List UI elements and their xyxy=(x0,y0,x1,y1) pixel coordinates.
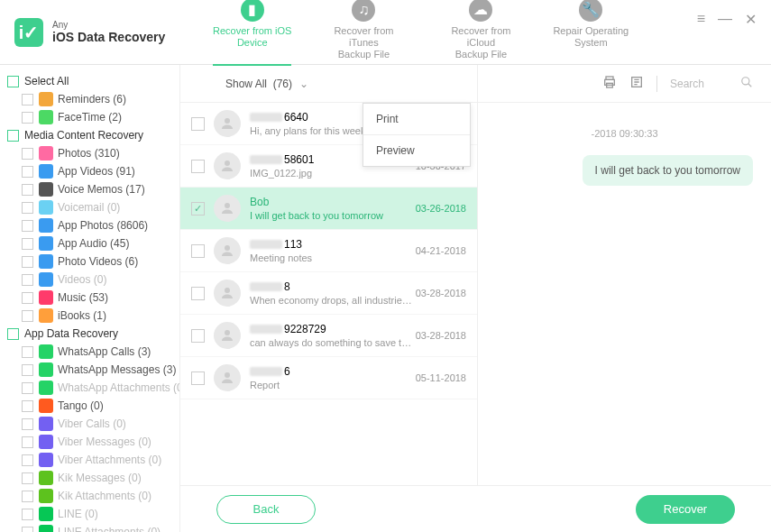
brand-title: iOS Data Recovery xyxy=(52,30,165,44)
sidebar-item[interactable]: Voice Memos (17) xyxy=(0,180,179,198)
sidebar-item[interactable]: WhatsApp Messages (3) xyxy=(0,361,179,379)
tab-label: Recover from iCloudBackup File xyxy=(436,25,526,61)
dropdown-print[interactable]: Print xyxy=(363,104,470,135)
sidebar-item[interactable]: LINE (0) xyxy=(0,505,179,523)
row-checkbox[interactable] xyxy=(191,287,205,300)
checkbox[interactable] xyxy=(22,310,33,322)
message-date: 05-11-2018 xyxy=(416,372,466,383)
menu-icon[interactable]: ≡ xyxy=(697,11,705,28)
checkbox[interactable] xyxy=(22,472,33,484)
tab-1[interactable]: ♫ Recover from iTunesBackup File xyxy=(318,0,408,66)
checkbox[interactable] xyxy=(22,94,33,105)
sidebar-group[interactable]: Select All xyxy=(0,72,179,90)
type-icon xyxy=(39,236,53,251)
type-icon xyxy=(39,92,53,106)
minimize-icon[interactable]: — xyxy=(718,11,732,28)
sidebar-item[interactable]: WhatsApp Calls (3) xyxy=(0,343,179,361)
checkbox[interactable] xyxy=(22,166,33,178)
tab-0[interactable]: ▮ Recover from iOSDevice xyxy=(213,0,291,66)
sidebar-item[interactable]: Videos (0) xyxy=(0,271,179,289)
message-row[interactable]: 8 When economy drops, all industries may… xyxy=(180,272,477,315)
sidebar-item[interactable]: Kik Messages (0) xyxy=(0,469,179,487)
sidebar-item[interactable]: Reminders (6) xyxy=(0,90,179,108)
checkbox[interactable] xyxy=(22,400,33,412)
checkbox[interactable] xyxy=(22,256,33,268)
row-checkbox[interactable] xyxy=(191,371,205,385)
svg-point-5 xyxy=(225,330,230,335)
search-box[interactable]: Search xyxy=(670,76,753,91)
sidebar-group[interactable]: Media Content Recovery xyxy=(0,126,179,144)
tab-label: Repair OperatingSystem xyxy=(553,25,629,49)
type-icon xyxy=(39,489,53,503)
back-button[interactable]: Back xyxy=(216,495,316,524)
sidebar-group[interactable]: App Data Recovery xyxy=(0,325,179,343)
sidebar-item[interactable]: Viber Messages (0) xyxy=(0,433,179,451)
row-checkbox[interactable] xyxy=(191,244,205,258)
checkbox[interactable] xyxy=(22,112,33,124)
tab-3[interactable]: 🔧 Repair OperatingSystem xyxy=(553,0,629,66)
export-icon[interactable] xyxy=(629,75,644,93)
checkbox[interactable] xyxy=(22,346,33,358)
sidebar-item[interactable]: iBooks (1) xyxy=(0,307,179,325)
sidebar-item[interactable]: Photos (310) xyxy=(0,144,179,162)
row-checkbox[interactable] xyxy=(191,117,205,131)
sidebar-item[interactable]: Viber Attachments (0) xyxy=(0,451,179,469)
checkbox[interactable] xyxy=(22,436,33,448)
sidebar-item[interactable]: WhatsApp Attachments (0) xyxy=(0,379,179,397)
type-icon xyxy=(39,164,53,179)
checkbox[interactable] xyxy=(22,527,33,533)
group-toggle-icon[interactable] xyxy=(7,76,19,87)
checkbox[interactable] xyxy=(22,418,33,430)
sidebar-item[interactable]: Voicemail (0) xyxy=(0,198,179,216)
tab-2[interactable]: ☁ Recover from iCloudBackup File xyxy=(436,0,526,66)
sidebar-item[interactable]: Viber Calls (0) xyxy=(0,415,179,433)
checkbox[interactable] xyxy=(22,148,33,160)
checkbox[interactable] xyxy=(22,184,33,196)
header: i✓ Any iOS Data Recovery ▮ Recover from … xyxy=(0,0,771,65)
checkbox[interactable] xyxy=(22,364,33,376)
sidebar-item[interactable]: LINE Attachments (0) xyxy=(0,523,179,532)
close-icon[interactable]: ✕ xyxy=(745,11,757,28)
checkbox[interactable] xyxy=(22,509,33,520)
tab-label: Recover from iTunesBackup File xyxy=(318,25,408,61)
sidebar-item[interactable]: FaceTime (2) xyxy=(0,108,179,126)
sidebar-item[interactable]: Tango (0) xyxy=(0,397,179,415)
type-icon xyxy=(39,362,53,377)
type-icon xyxy=(39,146,53,161)
group-toggle-icon[interactable] xyxy=(7,328,19,340)
sidebar-item[interactable]: Kik Attachments (0) xyxy=(0,487,179,505)
message-row[interactable]: ✓ Bob I will get back to you tomorrow 03… xyxy=(180,188,477,230)
checkbox[interactable] xyxy=(22,202,33,214)
message-row[interactable]: 9228729 can always do something to save … xyxy=(180,315,477,357)
filter-count: (76) xyxy=(273,78,292,90)
row-checkbox[interactable] xyxy=(191,160,205,173)
row-checkbox[interactable]: ✓ xyxy=(191,202,205,216)
sidebar-item[interactable]: App Audio (45) xyxy=(0,234,179,252)
row-checkbox[interactable] xyxy=(191,329,205,343)
type-icon xyxy=(39,399,53,413)
filter-bar[interactable]: Show All (76) ⌄ xyxy=(180,65,477,103)
sidebar-item[interactable]: App Videos (91) xyxy=(0,162,179,180)
sidebar-item[interactable]: Photo Videos (6) xyxy=(0,252,179,271)
checkbox[interactable] xyxy=(22,220,33,232)
avatar-icon xyxy=(214,280,241,307)
dropdown-preview[interactable]: Preview xyxy=(363,135,470,166)
checkbox[interactable] xyxy=(22,238,33,250)
checkbox[interactable] xyxy=(22,382,33,394)
sidebar-item-label: Kik Attachments (0) xyxy=(58,490,151,502)
checkbox[interactable] xyxy=(22,292,33,304)
search-icon xyxy=(740,76,753,91)
recover-button[interactable]: Recover xyxy=(636,495,735,524)
message-row[interactable]: 113 Meeting notes 04-21-2018 xyxy=(180,230,477,272)
svg-point-6 xyxy=(225,372,230,378)
checkbox[interactable] xyxy=(22,274,33,286)
group-toggle-icon[interactable] xyxy=(7,130,19,142)
checkbox[interactable] xyxy=(22,454,33,466)
sidebar-item[interactable]: App Photos (8606) xyxy=(0,216,179,234)
print-icon[interactable] xyxy=(602,75,617,93)
filter-label: Show All xyxy=(225,78,267,90)
checkbox[interactable] xyxy=(22,491,33,502)
message-row[interactable]: 6 Report 05-11-2018 xyxy=(180,357,477,399)
sidebar-item[interactable]: Music (53) xyxy=(0,289,179,307)
type-icon xyxy=(39,272,53,287)
